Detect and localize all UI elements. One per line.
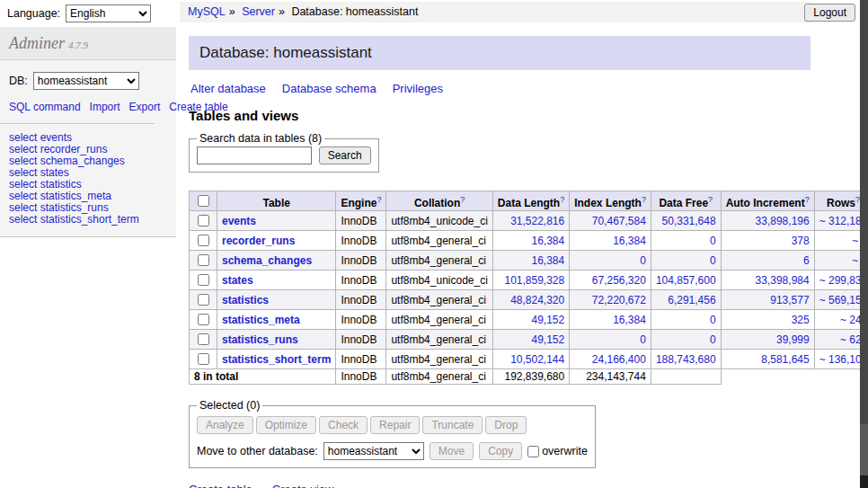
copy-button[interactable]: Copy (479, 442, 522, 460)
row-checkbox[interactable] (198, 235, 209, 246)
data-length-cell[interactable]: 49,152 (492, 310, 569, 330)
logout-button[interactable]: Logout (804, 4, 855, 22)
selected-action-button[interactable]: Drop (485, 416, 527, 434)
table-name-link[interactable]: statistics (222, 294, 269, 306)
collation-cell: utf8mb4_general_ci (386, 251, 492, 271)
column-header-label: Rows (827, 197, 855, 209)
overwrite-option[interactable]: overwrite (527, 445, 588, 457)
create-link[interactable]: Create table (189, 483, 252, 488)
engine-cell: InnoDB (336, 330, 386, 350)
auto-increment-cell[interactable]: 325 (721, 310, 814, 330)
column-header: Collation? (386, 191, 492, 211)
auto-increment-cell[interactable]: 378 (721, 231, 814, 251)
data-length-cell[interactable]: 48,824,320 (492, 290, 569, 310)
total-data-free (651, 369, 721, 385)
row-checkbox[interactable] (198, 215, 209, 226)
column-help-link[interactable]: ? (376, 195, 381, 204)
index-length-cell[interactable]: 16,384 (570, 310, 651, 330)
data-free-cell[interactable]: 0 (651, 231, 721, 251)
move-button[interactable]: Move (430, 442, 474, 460)
data-free-cell[interactable]: 6,291,456 (651, 290, 721, 310)
breadcrumb-link[interactable]: Server (242, 5, 275, 18)
sidebar-action-link[interactable]: Export (129, 101, 161, 113)
column-help-link[interactable]: ? (560, 195, 564, 204)
auto-increment-cell[interactable]: 8,581,645 (721, 350, 814, 369)
index-length-cell[interactable]: 16,384 (570, 231, 651, 251)
row-checkbox[interactable] (198, 333, 209, 345)
table-name-link[interactable]: statistics_short_term (222, 353, 331, 366)
search-button[interactable]: Search (319, 146, 371, 164)
table-name-link[interactable]: statistics_runs (222, 333, 298, 346)
auto-increment-cell[interactable]: 33,898,196 (721, 211, 814, 231)
index-length-cell[interactable]: 72,220,672 (570, 290, 651, 310)
data-length-cell[interactable]: 16,384 (492, 231, 569, 251)
sidebar-table-link[interactable]: select statistics_short_term (9, 214, 167, 226)
data-length-cell[interactable]: 16,384 (492, 251, 569, 271)
data-length-cell[interactable]: 49,152 (492, 330, 569, 350)
table-name-link[interactable]: states (222, 274, 253, 287)
selected-action-button[interactable]: Truncate (422, 416, 483, 434)
index-length-cell[interactable]: 24,166,400 (570, 350, 651, 369)
search-input[interactable] (197, 146, 312, 164)
breadcrumb-link[interactable]: Database: homeassistant (291, 5, 418, 18)
language-select[interactable]: English (66, 4, 151, 22)
auto-increment-cell[interactable]: 913,577 (721, 290, 814, 310)
index-length-cell[interactable]: 67,256,320 (570, 271, 651, 290)
engine-cell: InnoDB (336, 310, 386, 330)
auto-increment-cell[interactable]: 6 (721, 251, 814, 271)
data-free-cell[interactable]: 188,743,680 (651, 350, 721, 369)
data-length-cell[interactable]: 31,522,816 (492, 211, 569, 231)
table-name-cell: states (217, 271, 336, 290)
db-select[interactable]: homeassistant (33, 72, 139, 90)
auto-increment-cell[interactable]: 33,398,984 (721, 271, 814, 290)
column-header-label: Index Length (574, 197, 642, 209)
sidebar-action-link[interactable]: Import (90, 101, 120, 113)
database-nav-link[interactable]: Privileges (393, 82, 443, 95)
index-length-cell[interactable]: 70,467,584 (570, 211, 651, 231)
row-checkbox[interactable] (198, 294, 209, 306)
row-checkbox[interactable] (198, 254, 209, 266)
database-nav-link[interactable]: Alter database (190, 82, 266, 95)
column-help-link[interactable]: ? (708, 195, 713, 204)
data-free-cell[interactable]: 50,331,648 (651, 211, 721, 231)
selected-action-button[interactable]: Repair (370, 416, 420, 434)
selected-action-button[interactable]: Check (319, 416, 368, 434)
data-length-cell[interactable]: 10,502,144 (492, 350, 569, 369)
table-name-link[interactable]: statistics_meta (222, 314, 300, 326)
data-free-cell[interactable]: 0 (651, 310, 721, 330)
scrollbar-thumb[interactable] (860, 0, 868, 424)
move-database-select[interactable]: homeassistant (323, 442, 424, 460)
column-help-link[interactable]: ? (805, 195, 810, 204)
move-label: Move to other database: (197, 445, 318, 457)
data-free-cell[interactable]: 0 (651, 330, 721, 350)
collation-cell: utf8mb4_general_ci (386, 231, 492, 251)
sidebar-action-link[interactable]: SQL command (9, 101, 81, 113)
table-name-link[interactable]: recorder_runs (222, 235, 295, 247)
select-all-checkbox[interactable] (198, 195, 209, 207)
table-row: statistics_short_term InnoDB utf8mb4_gen… (190, 350, 868, 369)
row-checkbox[interactable] (198, 353, 209, 365)
row-checkbox[interactable] (198, 314, 209, 325)
index-length-cell[interactable]: 0 (570, 330, 651, 350)
overwrite-checkbox[interactable] (527, 446, 539, 457)
breadcrumb: MySQL» Server» Database: homeassistant» (180, 2, 812, 22)
column-help-link[interactable]: ? (460, 195, 465, 204)
data-length-cell[interactable]: 101,859,328 (492, 271, 569, 290)
row-checkbox[interactable] (198, 274, 209, 286)
create-link[interactable]: Create view (272, 483, 334, 488)
selected-action-button[interactable]: Optimize (256, 416, 316, 434)
table-name-link[interactable]: events (222, 215, 256, 227)
data-free-cell[interactable]: 104,857,600 (651, 271, 721, 290)
vertical-scrollbar[interactable] (860, 0, 868, 488)
adminer-logo-link[interactable]: Adminer (9, 34, 65, 52)
column-help-link[interactable]: ? (642, 195, 646, 204)
auto-increment-cell[interactable]: 39,999 (721, 330, 814, 350)
move-row: Move to other database: homeassistant Mo… (197, 442, 588, 460)
column-header-label: Table (262, 197, 289, 209)
breadcrumb-link[interactable]: MySQL (188, 5, 226, 18)
data-free-cell[interactable]: 0 (651, 251, 721, 271)
database-nav-link[interactable]: Database schema (282, 82, 376, 95)
index-length-cell[interactable]: 0 (570, 251, 651, 271)
table-name-link[interactable]: schema_changes (222, 254, 312, 267)
selected-action-button[interactable]: Analyze (197, 416, 253, 434)
